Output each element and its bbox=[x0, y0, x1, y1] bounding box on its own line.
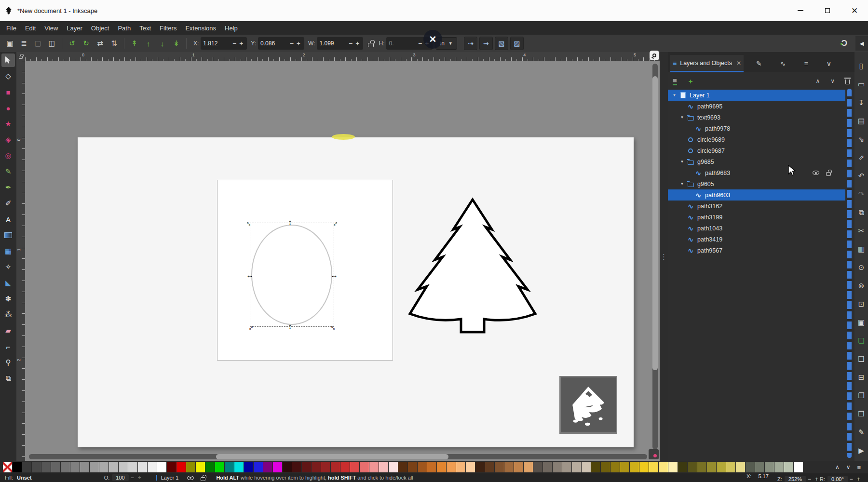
connector-tool[interactable]: ⌐ bbox=[1, 340, 15, 353]
undo-icon[interactable]: ↶ bbox=[858, 167, 865, 185]
swatch-#b4a938[interactable] bbox=[717, 462, 726, 472]
swatch-#af9515[interactable] bbox=[620, 462, 629, 472]
swatch-#451010[interactable] bbox=[292, 462, 301, 472]
swatch-#877e74[interactable] bbox=[553, 462, 562, 472]
text-tool[interactable]: A bbox=[1, 213, 15, 226]
deselect-icon[interactable]: ▢ bbox=[31, 37, 44, 50]
lock-open-icon[interactable] bbox=[826, 172, 831, 176]
export-icon[interactable]: ⇗ bbox=[858, 148, 865, 167]
layer-row-Layer 1[interactable]: ▼Layer 1 bbox=[668, 90, 845, 101]
swatch-#8e8e8e[interactable] bbox=[80, 462, 89, 472]
paint-bucket-tool[interactable]: ◣ bbox=[1, 276, 15, 290]
layer-row-path9567[interactable]: ∿path9567 bbox=[668, 245, 845, 256]
expander-icon[interactable]: ▼ bbox=[678, 160, 686, 164]
unlink-clone-icon[interactable]: ⊟ bbox=[858, 368, 865, 387]
swatch-#00e0e0[interactable] bbox=[234, 462, 244, 472]
swatch-#f0f000[interactable] bbox=[196, 462, 205, 472]
tab-layers-and-objects[interactable]: ≡ Layers and Objects ✕ bbox=[670, 55, 744, 72]
canvas[interactable]: ↔ ↔ ↔ ↔ ↔ ↔ ↔ ↔ bbox=[25, 61, 660, 462]
paste-icon[interactable]: ▥ bbox=[858, 240, 865, 258]
swatch-#c6c6c6[interactable] bbox=[119, 462, 128, 472]
swatch-#ffffff[interactable] bbox=[794, 462, 803, 472]
swatch-#e000e0[interactable] bbox=[273, 462, 282, 472]
x-field[interactable]: 1.812 − + bbox=[201, 37, 247, 50]
swatch-#3d2212[interactable] bbox=[475, 462, 485, 472]
layer-row-path9978[interactable]: ∿path9978 bbox=[668, 123, 845, 134]
close-panel-icon[interactable]: ✕ bbox=[736, 60, 741, 67]
swatch-#9c9c9c[interactable] bbox=[90, 462, 99, 472]
layer-visibility-icon[interactable] bbox=[187, 476, 194, 480]
swatch-#a0561d[interactable] bbox=[418, 462, 427, 472]
swatch-#d4d4d4[interactable] bbox=[128, 462, 137, 472]
raise-icon[interactable]: ↑ bbox=[142, 37, 155, 50]
move-down-icon[interactable]: ∨ bbox=[830, 78, 835, 84]
layer-row-circle9689[interactable]: circle9689 bbox=[668, 134, 845, 145]
swatch-#bac4b0[interactable] bbox=[784, 462, 793, 472]
swatch-#6f675f[interactable] bbox=[543, 462, 552, 472]
swatch-#2020e0[interactable] bbox=[254, 462, 263, 472]
mesh-tool[interactable]: ▦ bbox=[1, 244, 15, 258]
zoom-drawing-icon[interactable]: ⊚ bbox=[858, 277, 865, 295]
swatch-#3a3a3a[interactable] bbox=[22, 462, 31, 472]
ruler-lock-icon[interactable] bbox=[16, 52, 25, 61]
zoom-selection-icon[interactable]: ⊡ bbox=[858, 295, 865, 313]
box3d-tool[interactable]: ◈ bbox=[1, 133, 15, 147]
swatch-#b8b8b8[interactable] bbox=[109, 462, 118, 472]
calligraphy-tool[interactable]: ✐ bbox=[1, 197, 15, 210]
lower-to-bottom-icon[interactable]: ↡ bbox=[170, 37, 183, 50]
swatch-#efcb1d[interactable] bbox=[639, 462, 649, 472]
christmas-tree-object[interactable] bbox=[407, 197, 538, 334]
tweak-tool[interactable]: ✽ bbox=[1, 292, 15, 306]
swatch-#3c3910[interactable] bbox=[678, 462, 687, 472]
h-decrement[interactable]: − bbox=[417, 40, 423, 47]
dock-tab-paths-icon[interactable]: ∿ bbox=[780, 60, 786, 67]
swatch-#c1824a[interactable] bbox=[514, 462, 523, 472]
swatch-#b7ac9e[interactable] bbox=[572, 462, 581, 472]
zoom-corner-button[interactable] bbox=[650, 51, 659, 60]
current-layer-selector[interactable]: Layer 1 bbox=[161, 475, 179, 481]
zoom-tool[interactable]: ⚲ bbox=[1, 356, 15, 369]
ungroup-objects-icon[interactable]: ❒ bbox=[858, 405, 864, 423]
expander-icon[interactable]: ▼ bbox=[678, 115, 686, 120]
layer-row-g9685[interactable]: ▼g9685 bbox=[668, 156, 845, 167]
swatch-#e2e2e2[interactable] bbox=[138, 462, 147, 472]
selection-frame-icon[interactable]: ◫ bbox=[45, 37, 58, 50]
ellipse-tool[interactable]: ● bbox=[1, 101, 15, 115]
swatch-#6f7668[interactable] bbox=[755, 462, 764, 472]
rotate-cw-icon[interactable]: ↻ bbox=[80, 37, 93, 50]
gradient-tool[interactable] bbox=[1, 228, 15, 242]
pages-tool[interactable]: ⧉ bbox=[1, 372, 15, 385]
expander-icon[interactable]: ▼ bbox=[678, 182, 686, 186]
swatch-#e2852f[interactable] bbox=[437, 462, 446, 472]
palette-menu-icon[interactable]: ≡ bbox=[857, 464, 861, 471]
swatch-#d2c55c[interactable] bbox=[726, 462, 735, 472]
swatch-#57504a[interactable] bbox=[533, 462, 542, 472]
layer-row-path9695[interactable]: ∿path9695 bbox=[668, 101, 845, 112]
layer-row-path9683[interactable]: ∿path9683 bbox=[668, 167, 845, 178]
move-gradients-toggle-icon[interactable]: ▧ bbox=[495, 37, 508, 50]
x-increment[interactable]: + bbox=[238, 40, 244, 47]
w-field[interactable]: 1.099 − + bbox=[317, 37, 363, 50]
dock-collapse-icon[interactable]: ∨ bbox=[827, 60, 831, 67]
save-document-icon[interactable]: ↧ bbox=[858, 94, 865, 112]
delete-layer-icon[interactable] bbox=[845, 80, 850, 84]
restore-button[interactable] bbox=[814, 0, 841, 21]
swatch-#ffffff[interactable] bbox=[157, 462, 166, 472]
swatch-#727272[interactable] bbox=[61, 462, 70, 472]
menu-extensions[interactable]: Extensions bbox=[181, 23, 220, 34]
layer-menu-icon[interactable]: ≡ bbox=[673, 77, 677, 85]
swatch-#6f5f0d[interactable] bbox=[601, 462, 610, 472]
close-button[interactable]: ✕ bbox=[841, 0, 868, 21]
y-field[interactable]: 0.086 − + bbox=[258, 37, 304, 50]
fill-stroke-dialog-icon[interactable]: ✎ bbox=[858, 423, 865, 442]
duplicate-icon[interactable]: ❏ bbox=[858, 332, 864, 350]
menu-file[interactable]: File bbox=[2, 23, 21, 34]
swatch-#2b0b0b[interactable] bbox=[283, 462, 292, 472]
vertical-scrollbar[interactable] bbox=[652, 64, 658, 449]
menu-text[interactable]: Text bbox=[135, 23, 155, 34]
swatch-#8f7a11[interactable] bbox=[610, 462, 620, 472]
swatch-#fce2e2[interactable] bbox=[389, 462, 398, 472]
inkscape-logo-image-object[interactable] bbox=[559, 376, 617, 434]
lower-icon[interactable]: ↓ bbox=[156, 37, 169, 50]
pen-tool[interactable]: ✒ bbox=[1, 181, 15, 194]
